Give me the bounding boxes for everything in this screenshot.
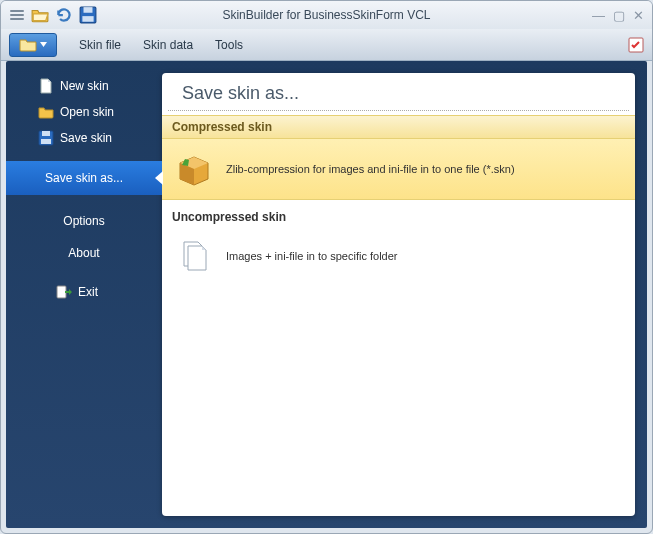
chevron-down-icon xyxy=(40,41,47,48)
document-icon xyxy=(38,78,54,94)
menu-skin-file[interactable]: Skin file xyxy=(79,38,121,52)
sidebar-item-options[interactable]: Options xyxy=(6,205,162,237)
option-description: Images + ini-file in to specific folder xyxy=(226,250,398,262)
svg-rect-7 xyxy=(57,286,66,298)
exit-icon xyxy=(56,284,72,300)
sidebar-label: New skin xyxy=(60,79,109,93)
panel-title: Save skin as... xyxy=(168,73,629,111)
save-small-icon xyxy=(38,130,54,146)
sidebar-item-open-skin[interactable]: Open skin xyxy=(6,99,162,125)
svg-rect-6 xyxy=(41,139,51,144)
option-description: Zlib-compression for images and ini-file… xyxy=(226,163,515,175)
sidebar-item-save-skin[interactable]: Save skin xyxy=(6,125,162,151)
box-icon xyxy=(174,149,214,189)
checklist-icon[interactable] xyxy=(628,37,644,53)
menu-tools[interactable]: Tools xyxy=(215,38,243,52)
hamburger-icon[interactable] xyxy=(9,7,25,23)
section-header-uncompressed: Uncompressed skin xyxy=(162,204,635,226)
save-icon[interactable] xyxy=(79,6,97,24)
sidebar-label: Options xyxy=(63,214,104,228)
menu-skin-data[interactable]: Skin data xyxy=(143,38,193,52)
minimize-button[interactable]: — xyxy=(592,8,605,23)
sidebar-item-about[interactable]: About xyxy=(6,237,162,269)
option-compressed-skin[interactable]: Zlib-compression for images and ini-file… xyxy=(162,139,635,200)
sidebar-label: About xyxy=(68,246,99,260)
section-header-compressed: Compressed skin xyxy=(162,115,635,139)
sidebar-item-new-skin[interactable]: New skin xyxy=(6,73,162,99)
window-title: SkinBuilder for BusinessSkinForm VCL xyxy=(1,8,652,22)
menu-bar: Skin file Skin data Tools xyxy=(1,29,652,61)
documents-icon xyxy=(174,236,214,276)
svg-rect-1 xyxy=(84,7,93,13)
folder-icon xyxy=(38,104,54,120)
app-menu-button[interactable] xyxy=(9,33,57,57)
titlebar: SkinBuilder for BusinessSkinForm VCL — ▢… xyxy=(1,1,652,29)
maximize-button[interactable]: ▢ xyxy=(613,8,625,23)
folder-open-icon[interactable] xyxy=(31,6,49,24)
content-area: New skin Open skin Save skin Save skin a… xyxy=(6,61,647,528)
svg-rect-2 xyxy=(82,16,93,22)
sidebar-label: Exit xyxy=(78,285,98,299)
main-panel: Save skin as... Compressed skin Zlib-com… xyxy=(162,73,635,516)
sidebar-item-exit[interactable]: Exit xyxy=(6,279,162,305)
svg-rect-5 xyxy=(42,131,50,136)
option-uncompressed-skin[interactable]: Images + ini-file in to specific folder xyxy=(162,226,635,286)
sidebar-label: Save skin xyxy=(60,131,112,145)
sidebar-label: Open skin xyxy=(60,105,114,119)
close-button[interactable]: ✕ xyxy=(633,8,644,23)
refresh-icon[interactable] xyxy=(55,6,73,24)
sidebar-label: Save skin as... xyxy=(45,171,123,185)
sidebar-item-save-skin-as[interactable]: Save skin as... xyxy=(6,161,162,195)
sidebar: New skin Open skin Save skin Save skin a… xyxy=(6,61,162,528)
